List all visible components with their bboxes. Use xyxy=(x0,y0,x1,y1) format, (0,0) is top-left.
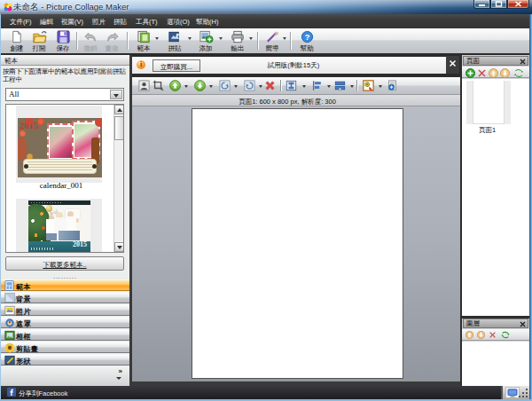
svg-text:?: ? xyxy=(304,33,309,42)
